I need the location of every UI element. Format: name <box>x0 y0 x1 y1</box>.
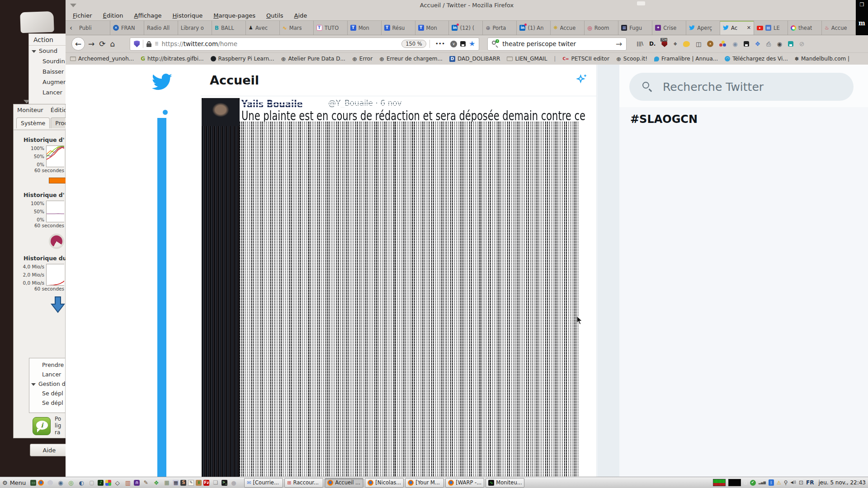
downthemall-icon[interactable]: D. <box>649 41 656 47</box>
browser-tab[interactable]: Publi <box>76 21 110 35</box>
tab-close-icon[interactable]: ✕ <box>747 25 751 31</box>
bookmark-item[interactable]: Framalibre | Annua... <box>654 56 718 62</box>
bookmark-item[interactable]: Raspberry Pi Learn... <box>211 56 274 62</box>
shield-check-tray[interactable]: ✔ <box>750 480 756 486</box>
bookmark-item[interactable]: ⊕Scoop.it! <box>616 56 647 62</box>
bookmark-item[interactable]: ⊕Error <box>352 56 373 62</box>
browser-tab[interactable]: ∿Mars <box>280 21 314 35</box>
tree-item[interactable]: Sourdin <box>29 56 66 66</box>
help-button[interactable]: Aide <box>30 444 69 456</box>
keyboard-layout-indicator[interactable]: FR <box>806 479 814 486</box>
top-tweets-sparkle-icon[interactable] <box>575 73 587 87</box>
browser-tab[interactable]: theat <box>788 21 822 35</box>
window-icon[interactable]: ▢ <box>87 479 96 487</box>
browser-tab[interactable]: Ac✕ <box>720 21 754 35</box>
bookmark-item[interactable]: LIEN_GMAIL <box>507 56 547 62</box>
monitor-list-item[interactable]: Se dépl <box>29 398 65 408</box>
crosshair-icon[interactable]: ⌖ <box>673 41 677 47</box>
pager-tray[interactable]: ▫ <box>744 480 747 485</box>
teal-floppy-icon[interactable] <box>788 41 793 47</box>
menubar-item-affichage[interactable]: Affichage <box>134 12 161 19</box>
spiral-icon[interactable]: ◎ <box>66 479 75 487</box>
browser-tab[interactable]: Library o <box>178 21 212 35</box>
notes-icon[interactable]: ✎ <box>188 480 194 486</box>
expand-arrow-icon[interactable] <box>32 50 36 53</box>
browser-tab[interactable]: Aperç <box>686 21 720 35</box>
bookmark-item[interactable]: Ghttp://bitrates.gifbi... <box>141 56 203 62</box>
tools-icon[interactable]: ✎ <box>142 479 150 487</box>
taskbar-window-button[interactable]: [Your M... <box>405 478 444 488</box>
search-input-value[interactable]: theatre periscope twiter <box>502 40 576 47</box>
taskbar-window-button[interactable]: ∿Moniteu... <box>486 478 524 488</box>
browser-tab[interactable]: ⊕Porta <box>483 21 517 35</box>
monitor-list-item[interactable]: Prendre <box>29 360 65 370</box>
bookmark-item[interactable]: ⊕Erreur de chargem... <box>379 56 443 62</box>
color-grid-icon[interactable] <box>105 480 111 486</box>
browser-tab[interactable]: ▤LE <box>754 21 788 35</box>
save-page-icon[interactable] <box>744 41 749 47</box>
headphones-icon[interactable]: ∩ <box>134 480 140 486</box>
downloader-dog-icon[interactable] <box>683 41 690 47</box>
frame-icon[interactable]: ❏ <box>211 479 220 487</box>
browser-tab[interactable]: ❋Accue <box>551 21 585 35</box>
home-button[interactable]: ⌂ <box>110 39 115 48</box>
firefox-icon[interactable] <box>38 480 44 486</box>
menubar-item-édition[interactable]: Édition <box>103 12 123 19</box>
volume-tray[interactable]: ◀)) <box>791 481 796 484</box>
tree-item-parent[interactable]: Sound <box>29 46 66 56</box>
terminal-icon[interactable]: ▭ <box>30 480 36 486</box>
search-go-button[interactable]: → <box>616 39 622 48</box>
monitor-tab[interactable]: Système <box>16 117 50 128</box>
expand-arrow-icon[interactable] <box>31 383 36 386</box>
bookmark-star-icon[interactable]: ★ <box>469 40 475 47</box>
bookmark-item[interactable]: DDAD_DOLIBARR <box>449 56 500 62</box>
taskbar-window-button[interactable]: ⊞Raccour... <box>284 478 323 488</box>
package-icon[interactable]: ⬇ <box>196 480 202 486</box>
film-icon[interactable]: ▥ <box>123 479 132 487</box>
molecule-icon[interactable]: ❖ <box>152 479 160 487</box>
pocket-icon[interactable]: ∨ <box>450 41 457 47</box>
calc-icon[interactable]: ▦ <box>173 480 179 486</box>
browser-tab[interactable]: in(12) ( <box>449 21 483 35</box>
browser-tab[interactable]: ♨Accue <box>822 21 856 35</box>
menubar-item-marque-pages[interactable]: Marque-pages <box>213 12 255 19</box>
zoom-level-badge[interactable]: 150 % <box>401 40 426 48</box>
terminal2-icon[interactable]: >_ <box>222 480 227 486</box>
tweet-avatar-glitch[interactable] <box>202 98 240 477</box>
twitter-search-input[interactable]: Recherche Twitter <box>629 73 854 101</box>
window-titlebar[interactable]: Accueil / Twitter - Mozilla Firefox <box>66 0 868 11</box>
lock-icon[interactable] <box>146 41 151 47</box>
bookmark-item[interactable]: ⊕Atelier Pure Data D... <box>281 56 345 62</box>
url-bar[interactable]: ☰ https://twitter.com/home 150 % ••• ∨ ★ <box>130 38 479 51</box>
ublock-shield-icon[interactable]: 724 <box>661 41 667 47</box>
colored-balls-icon[interactable] <box>719 41 726 47</box>
tree-item[interactable]: Augmen <box>29 77 66 87</box>
monitor-menu-item[interactable]: Moniteur <box>17 107 43 113</box>
clock[interactable]: jeu. 5 nov., 22:43 <box>818 479 866 486</box>
browser-tab[interactable]: TRésu <box>382 21 415 35</box>
bookmark-item[interactable]: ✽Mandelbulb.com | <box>795 56 849 62</box>
orb-icon[interactable]: ● <box>229 479 238 487</box>
sidebar-icon[interactable]: ◫ <box>696 41 701 47</box>
music-icon[interactable]: ♪ <box>98 480 104 486</box>
menubar-item-outils[interactable]: Outils <box>266 12 283 19</box>
tweet-author-meta[interactable]: @Y_Bouaile · 6 nov <box>328 99 402 108</box>
screenshot-icon[interactable]: ⎙ <box>766 41 771 47</box>
bookmark-item[interactable]: C=PETSCII editor <box>562 56 609 62</box>
taskbar-window-button[interactable]: [WARP -... <box>445 478 484 488</box>
taskbar-window-button[interactable]: [Nicolas... <box>365 478 404 488</box>
twitter-logo-icon[interactable] <box>151 74 172 93</box>
tracking-protection-shield-icon[interactable] <box>134 41 140 47</box>
browser-tab[interactable]: ♟Avec <box>246 21 280 35</box>
black-display-tray[interactable] <box>728 479 741 486</box>
circuit-icon[interactable]: ▦ <box>162 479 171 487</box>
browser-tab[interactable]: ✦Crise <box>652 21 686 35</box>
save-icon[interactable] <box>460 41 466 47</box>
microphone-tray[interactable]: ⚲ <box>784 480 788 485</box>
avatar[interactable] <box>202 98 240 126</box>
unity-icon[interactable]: ◇ <box>113 479 122 487</box>
monitor-tree-parent[interactable]: Gestion de <box>29 379 65 389</box>
tree-item[interactable]: Baisser <box>29 66 66 77</box>
library-icon[interactable]: |||\ <box>637 42 643 46</box>
network-signal-tray[interactable]: ▂▄▆ <box>759 481 766 484</box>
